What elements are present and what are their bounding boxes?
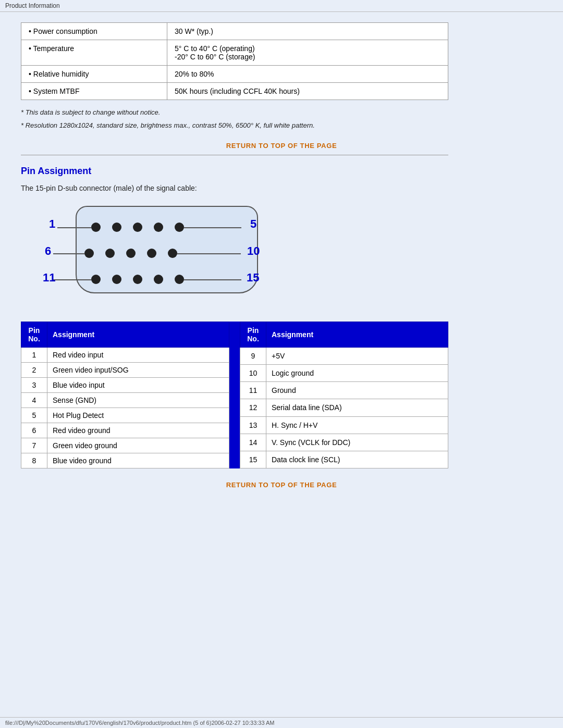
pin-dot-r2-4 [147, 249, 156, 258]
table-row: 15Data clock line (SCL) [240, 451, 448, 468]
table-row: 8Blue video ground [21, 453, 229, 468]
row3-line-right [184, 279, 241, 280]
return-link-top[interactable]: RETURN TO TOP OF THE PAGE [21, 142, 542, 150]
pin-assignment: Red video input [47, 348, 229, 363]
pin-assignment: Green video input/SOG [47, 363, 229, 378]
table-row: 12Serial data line (SDA) [240, 399, 448, 416]
connector-desc: The 15-pin D-sub connector (male) of the… [21, 184, 542, 192]
table-row: 13H. Sync / H+V [240, 416, 448, 434]
pin-assignment: Sense (GND) [47, 393, 229, 408]
top-bar: Product Information [0, 0, 563, 12]
table-row: 4Sense (GND) [21, 393, 229, 408]
pin-dot-r1-2 [112, 223, 121, 232]
pin-no: 9 [240, 348, 266, 365]
row1-line-right [184, 227, 241, 228]
pin-assignment: H. Sync / H+V [266, 416, 448, 434]
table-row: 9+5V [240, 348, 448, 365]
pin-no: 14 [240, 434, 266, 451]
label-15: 15 [247, 271, 259, 285]
pin-dot-r3-3 [133, 275, 142, 284]
pin-assignment: Blue video input [47, 378, 229, 393]
left-pin-table: PinNo. Assignment 1Red video input2Green… [21, 322, 229, 468]
pin-assignment: Green video ground [47, 438, 229, 453]
pin-dot-r3-4 [154, 275, 163, 284]
main-content: • Power consumption30 W* (typ.)• Tempera… [0, 12, 563, 717]
specs-table: • Power consumption30 W* (typ.)• Tempera… [21, 22, 448, 100]
right-header-no: PinNo. [240, 322, 266, 348]
table-row: 14V. Sync (VCLK for DDC) [240, 434, 448, 451]
pin-dot-r1-5 [175, 223, 184, 232]
pin-no: 15 [240, 451, 266, 468]
label-11: 11 [43, 271, 55, 285]
divider [21, 155, 448, 155]
pin-tables-wrapper: PinNo. Assignment 1Red video input2Green… [21, 322, 448, 468]
connector-diagram: 1 5 6 10 11 15 [42, 202, 302, 306]
pin-no: 4 [21, 393, 47, 408]
pin-dot-r2-2 [105, 249, 115, 258]
return-link-bottom[interactable]: RETURN TO TOP OF THE PAGE [21, 481, 542, 489]
spec-value: 5° C to 40° C (operating) -20° C to 60° … [167, 40, 448, 66]
pin-assignment: Hot Plug Detect [47, 408, 229, 423]
table-row: 1Red video input [21, 348, 229, 363]
table-row: 11Ground [240, 382, 448, 399]
pin-assignment-title: Pin Assignment [21, 166, 542, 177]
pin-assignment: Ground [266, 382, 448, 399]
left-header-no: PinNo. [21, 322, 47, 348]
spec-label: • System MTBF [21, 83, 167, 100]
pin-dot-r3-2 [112, 275, 121, 284]
row3-line-left [53, 279, 91, 280]
pin-dot-r1-3 [133, 223, 142, 232]
pin-assignment: Data clock line (SCL) [266, 451, 448, 468]
pin-assignment-section: Pin Assignment The 15-pin D-sub connecto… [21, 166, 542, 489]
row2-line-left [53, 253, 84, 254]
spec-value: 50K hours (including CCFL 40K hours) [167, 83, 448, 100]
pin-assignment: Logic ground [266, 365, 448, 382]
label-6: 6 [45, 244, 51, 258]
spec-value: 20% to 80% [167, 66, 448, 83]
pin-table-spacer [229, 322, 240, 468]
pin-no: 3 [21, 378, 47, 393]
footnote1: * This data is subject to change without… [21, 108, 542, 116]
pin-dot-r2-3 [126, 249, 136, 258]
table-row: 7Green video ground [21, 438, 229, 453]
pin-no: 7 [21, 438, 47, 453]
pin-dot-r2-1 [84, 249, 94, 258]
table-row: 2Green video input/SOG [21, 363, 229, 378]
pin-no: 11 [240, 382, 266, 399]
pin-no: 13 [240, 416, 266, 434]
pin-assignment: Serial data line (SDA) [266, 399, 448, 416]
pin-no: 5 [21, 408, 47, 423]
label-1: 1 [49, 217, 55, 231]
pin-dot-r3-1 [91, 275, 101, 284]
pin-no: 1 [21, 348, 47, 363]
label-5: 5 [250, 217, 256, 231]
pin-dot-r1-4 [154, 223, 163, 232]
pin-no: 10 [240, 365, 266, 382]
product-info-label: Product Information [5, 2, 60, 9]
pin-assignment: Red video ground [47, 423, 229, 438]
pin-dot-r1-1 [91, 223, 101, 232]
file-path: file:///D|/My%20Documents/dfu/170V6/engl… [5, 720, 275, 726]
pin-no: 2 [21, 363, 47, 378]
spec-label: • Relative humidity [21, 66, 167, 83]
pin-dot-r2-5 [168, 249, 177, 258]
table-row: 10Logic ground [240, 365, 448, 382]
right-pin-table: PinNo. Assignment 9+5V10Logic ground11Gr… [240, 322, 448, 468]
bottom-bar: file:///D|/My%20Documents/dfu/170V6/engl… [0, 717, 563, 728]
spec-label: • Power consumption [21, 23, 167, 40]
spec-label: • Temperature [21, 40, 167, 66]
pin-no: 6 [21, 423, 47, 438]
pin-assignment: +5V [266, 348, 448, 365]
left-header-assign: Assignment [47, 322, 229, 348]
row1-line-left [57, 227, 91, 228]
row2-line-right [177, 253, 241, 254]
spec-value: 30 W* (typ.) [167, 23, 448, 40]
pin-no: 12 [240, 399, 266, 416]
label-10: 10 [247, 244, 260, 258]
pin-assignment: V. Sync (VCLK for DDC) [266, 434, 448, 451]
pin-no: 8 [21, 453, 47, 468]
footnote2: * Resolution 1280x1024, standard size, b… [21, 121, 542, 129]
table-row: 6Red video ground [21, 423, 229, 438]
right-header-assign: Assignment [266, 322, 448, 348]
table-row: 3Blue video input [21, 378, 229, 393]
